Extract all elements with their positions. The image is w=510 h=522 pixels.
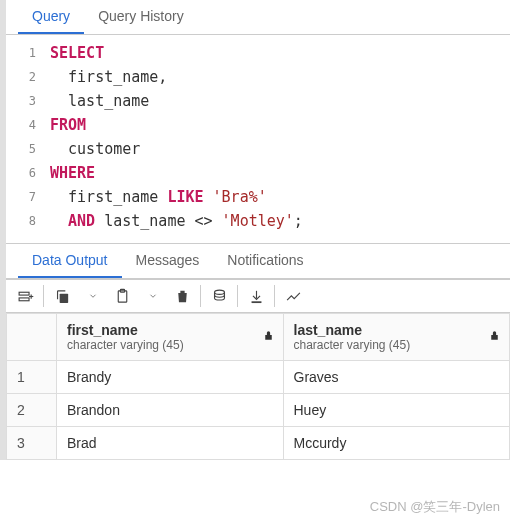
separator	[43, 285, 44, 307]
delete-button[interactable]	[167, 281, 197, 311]
copy-button[interactable]	[47, 281, 77, 311]
output-tabs: Data Output Messages Notifications	[6, 244, 510, 279]
cell[interactable]: Graves	[283, 361, 510, 394]
cell[interactable]: Huey	[283, 394, 510, 427]
cell[interactable]: Brandon	[57, 394, 284, 427]
separator	[237, 285, 238, 307]
add-row-button[interactable]	[10, 281, 40, 311]
paste-dropdown[interactable]	[137, 281, 167, 311]
cell[interactable]: Brandy	[57, 361, 284, 394]
editor-tabs: Query Query History	[6, 0, 510, 35]
row-number: 3	[7, 427, 57, 460]
column-name: last_name	[294, 322, 500, 338]
download-button[interactable]	[241, 281, 271, 311]
string-literal: 'Motley'	[222, 212, 294, 230]
line-number: 7	[6, 185, 50, 209]
tab-query-history[interactable]: Query History	[84, 0, 198, 34]
save-data-button[interactable]	[204, 281, 234, 311]
separator	[200, 285, 201, 307]
table-row[interactable]: 2 Brandon Huey	[7, 394, 510, 427]
chart-button[interactable]	[278, 281, 308, 311]
line-number: 3	[6, 89, 50, 113]
keyword-like: LIKE	[167, 188, 203, 206]
column-type: character varying (45)	[294, 338, 500, 352]
code-text	[50, 212, 68, 230]
paste-button[interactable]	[107, 281, 137, 311]
cell[interactable]: Brad	[57, 427, 284, 460]
code-text: last_name <>	[95, 212, 221, 230]
tab-query[interactable]: Query	[18, 0, 84, 34]
results-grid: first_name character varying (45) last_n…	[6, 313, 510, 460]
line-number: 1	[6, 41, 50, 65]
cell[interactable]: Mccurdy	[283, 427, 510, 460]
string-literal: 'Bra%'	[213, 188, 267, 206]
keyword-from: FROM	[50, 116, 86, 134]
column-header-last-name[interactable]: last_name character varying (45)	[283, 314, 510, 361]
column-header-first-name[interactable]: first_name character varying (45)	[57, 314, 284, 361]
table-row[interactable]: 3 Brad Mccurdy	[7, 427, 510, 460]
copy-dropdown[interactable]	[77, 281, 107, 311]
svg-rect-4	[59, 293, 67, 302]
code-text: customer	[50, 137, 140, 161]
row-number: 1	[7, 361, 57, 394]
line-number: 2	[6, 65, 50, 89]
keyword-and: AND	[68, 212, 95, 230]
code-text: last_name	[50, 89, 149, 113]
lock-icon	[262, 329, 275, 345]
code-text: first_name	[50, 188, 167, 206]
line-number: 8	[6, 209, 50, 233]
code-text	[204, 188, 213, 206]
tab-messages[interactable]: Messages	[122, 244, 214, 278]
lock-icon	[488, 329, 501, 345]
code-text: first_name,	[50, 65, 167, 89]
code-text: ;	[294, 212, 303, 230]
svg-rect-1	[19, 297, 29, 300]
svg-rect-0	[19, 292, 29, 295]
row-number: 2	[7, 394, 57, 427]
column-name: first_name	[67, 322, 273, 338]
tab-notifications[interactable]: Notifications	[213, 244, 317, 278]
line-number: 4	[6, 113, 50, 137]
row-number-header[interactable]	[7, 314, 57, 361]
keyword-where: WHERE	[50, 164, 95, 182]
separator	[274, 285, 275, 307]
table-row[interactable]: 1 Brandy Graves	[7, 361, 510, 394]
keyword-select: SELECT	[50, 44, 104, 62]
line-number: 5	[6, 137, 50, 161]
tab-data-output[interactable]: Data Output	[18, 244, 122, 278]
line-number: 6	[6, 161, 50, 185]
column-type: character varying (45)	[67, 338, 273, 352]
svg-point-7	[214, 290, 224, 294]
sql-editor[interactable]: 1SELECT 2 first_name, 3 last_name 4FROM …	[6, 35, 510, 239]
results-toolbar	[6, 279, 510, 313]
